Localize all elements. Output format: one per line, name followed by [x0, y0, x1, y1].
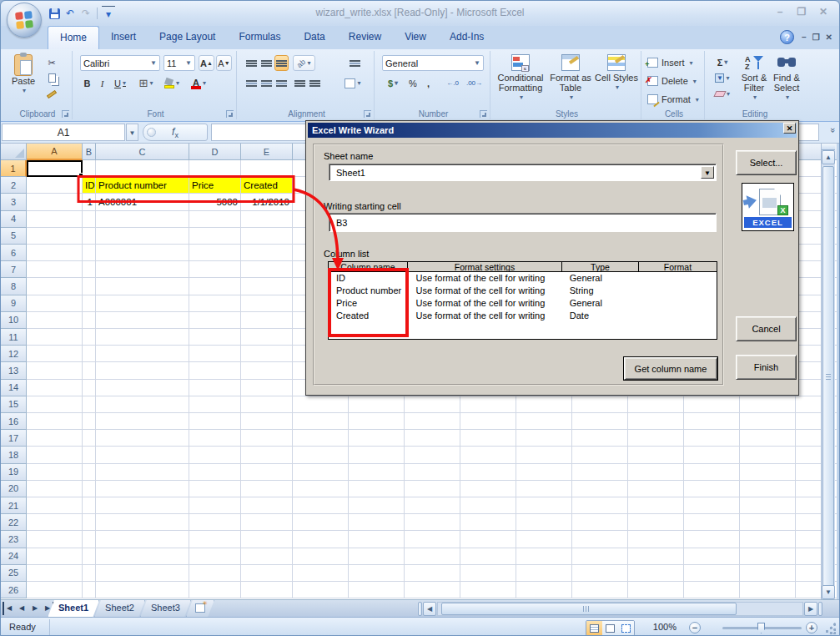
- cell-x13-17[interactable]: [740, 430, 796, 447]
- cell-x6-26[interactable]: [349, 582, 405, 598]
- next-sheet-button[interactable]: ▶: [29, 602, 41, 615]
- number-dialog-launcher-icon[interactable]: [480, 110, 487, 118]
- cell-x5-15[interactable]: [293, 396, 349, 413]
- cell-E14[interactable]: [241, 380, 293, 396]
- cell-D5[interactable]: [189, 228, 241, 245]
- cell-A8[interactable]: [27, 278, 83, 295]
- cell-B21[interactable]: [83, 497, 96, 514]
- cell-E11[interactable]: [241, 329, 293, 346]
- cell-E13[interactable]: [241, 362, 293, 379]
- cell-D4[interactable]: [189, 211, 241, 228]
- cell-x9-24[interactable]: [516, 548, 572, 565]
- align-center-button[interactable]: [259, 75, 274, 91]
- cell-x11-16[interactable]: [628, 413, 684, 430]
- cell-x10-16[interactable]: [572, 413, 628, 430]
- cell-x12-17[interactable]: [684, 430, 740, 447]
- cell-A14[interactable]: [27, 380, 83, 396]
- grow-font-button[interactable]: A▲: [199, 55, 214, 71]
- horizontal-scroll-track[interactable]: [437, 602, 803, 616]
- cell-B6[interactable]: [83, 245, 96, 261]
- borders-button[interactable]: ⊞▾: [135, 75, 157, 91]
- workbook-minimize-button[interactable]: –: [802, 33, 807, 42]
- cell-x9-21[interactable]: [516, 497, 572, 514]
- cell-E7[interactable]: [241, 261, 293, 278]
- cell-C6[interactable]: [96, 245, 189, 261]
- cell-D21[interactable]: [189, 497, 241, 514]
- tab-view[interactable]: View: [393, 26, 438, 49]
- cell-A16[interactable]: [27, 413, 83, 430]
- cell-x10-25[interactable]: [572, 565, 628, 582]
- cell-B24[interactable]: [83, 548, 96, 565]
- column-header-E[interactable]: E: [241, 144, 293, 160]
- cell-x7-19[interactable]: [405, 464, 460, 481]
- cell-E12[interactable]: [241, 346, 293, 362]
- align-top-button[interactable]: [244, 55, 259, 71]
- select-all-corner[interactable]: [1, 144, 27, 160]
- cell-A17[interactable]: [27, 430, 83, 447]
- cell-E5[interactable]: [241, 228, 293, 245]
- cell-D25[interactable]: [189, 565, 241, 582]
- cell-E25[interactable]: [241, 565, 293, 582]
- cell-x5-20[interactable]: [293, 481, 349, 497]
- cell-x8-23[interactable]: [460, 531, 516, 548]
- cell-x11-15[interactable]: [628, 396, 684, 413]
- row-header-10[interactable]: 10: [1, 312, 27, 329]
- zoom-slider-track[interactable]: [722, 627, 802, 629]
- cell-B8[interactable]: [83, 278, 96, 295]
- cell-E3[interactable]: 1/1/2010: [241, 194, 293, 210]
- fill-color-button[interactable]: ▾: [160, 75, 184, 91]
- cell-x8-25[interactable]: [460, 565, 516, 582]
- cell-B1[interactable]: [83, 160, 96, 177]
- cell-A26[interactable]: [27, 582, 83, 598]
- row-header-18[interactable]: 18: [1, 447, 27, 463]
- increase-decimal-button[interactable]: ←.0: [442, 75, 463, 91]
- cell-x8-16[interactable]: [460, 413, 516, 430]
- cell-x10-20[interactable]: [572, 481, 628, 497]
- cell-A7[interactable]: [27, 261, 83, 278]
- cell-x6-17[interactable]: [349, 430, 405, 447]
- cell-D9[interactable]: [189, 295, 241, 312]
- accounting-format-button[interactable]: $▾: [382, 75, 404, 91]
- conditional-formatting-button[interactable]: ≤ Conditional Formatting ▾: [495, 54, 546, 103]
- cell-B20[interactable]: [83, 481, 96, 497]
- cell-x13-21[interactable]: [740, 497, 796, 514]
- cell-D8[interactable]: [189, 278, 241, 295]
- cell-x8-22[interactable]: [460, 514, 516, 531]
- row-header-7[interactable]: 7: [1, 261, 27, 278]
- cell-D14[interactable]: [189, 380, 241, 396]
- cell-x5-22[interactable]: [293, 514, 349, 531]
- cell-C10[interactable]: [96, 312, 189, 329]
- row-header-11[interactable]: 11: [1, 329, 27, 346]
- cell-D17[interactable]: [189, 430, 241, 447]
- cell-x9-26[interactable]: [516, 582, 572, 598]
- vertical-split-handle[interactable]: [822, 144, 835, 150]
- cell-D7[interactable]: [189, 261, 241, 278]
- cell-x13-22[interactable]: [740, 514, 796, 531]
- cell-x11-26[interactable]: [628, 582, 684, 598]
- cell-x7-17[interactable]: [405, 430, 460, 447]
- row-header-16[interactable]: 16: [1, 413, 27, 430]
- cell-x12-18[interactable]: [684, 447, 740, 463]
- workbook-restore-button[interactable]: ❐: [812, 33, 820, 42]
- cell-C24[interactable]: [96, 548, 189, 565]
- cell-A9[interactable]: [27, 295, 83, 312]
- font-color-button[interactable]: A ▾: [187, 75, 210, 91]
- font-size-combo[interactable]: 11 ▼: [163, 55, 195, 71]
- cell-D2[interactable]: Price: [189, 177, 241, 194]
- cell-x10-18[interactable]: [572, 447, 628, 463]
- cell-E10[interactable]: [241, 312, 293, 329]
- cell-x9-18[interactable]: [516, 447, 572, 463]
- decrease-indent-button[interactable]: [293, 75, 307, 91]
- italic-button[interactable]: I: [95, 75, 109, 91]
- fill-button[interactable]: ▼▾: [711, 71, 734, 85]
- cell-C4[interactable]: [96, 211, 189, 228]
- cell-D22[interactable]: [189, 514, 241, 531]
- number-format-combo[interactable]: General ▼: [382, 55, 484, 71]
- cell-x10-21[interactable]: [572, 497, 628, 514]
- cell-x9-19[interactable]: [516, 464, 572, 481]
- row-header-9[interactable]: 9: [1, 295, 27, 312]
- cell-D26[interactable]: [189, 582, 241, 598]
- column-list-body[interactable]: IDUse format of the cell for writingGene…: [328, 272, 717, 340]
- zoom-out-button[interactable]: −: [689, 622, 701, 633]
- cell-E4[interactable]: [241, 211, 293, 228]
